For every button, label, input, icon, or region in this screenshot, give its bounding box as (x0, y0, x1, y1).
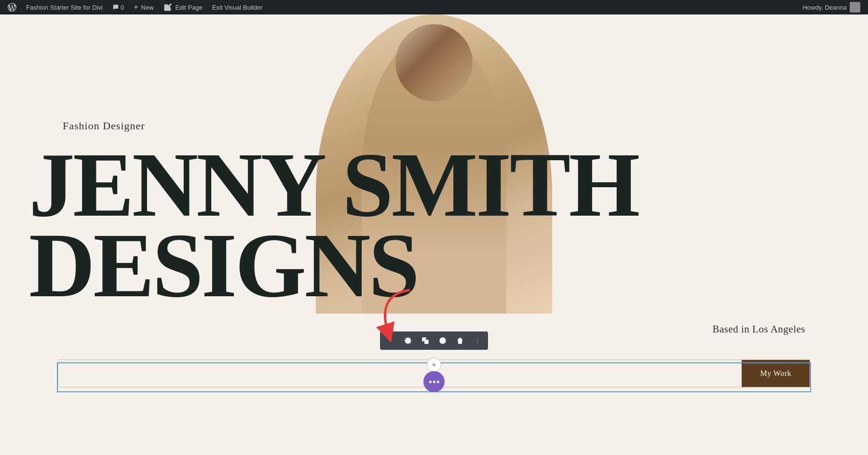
svg-point-6 (477, 340, 477, 341)
cta-button[interactable]: My Work (742, 360, 810, 387)
toolbar-delete-button[interactable] (451, 332, 469, 349)
hero-location: Based in Los Angeles (712, 323, 805, 335)
hero-name: JENNY SMITH DESIGNS (29, 145, 839, 306)
new-link[interactable]: + New (130, 0, 157, 14)
toolbar-disable-button[interactable] (434, 332, 451, 349)
howdy-text: Howdy, Deanna (802, 4, 847, 11)
toolbar-more-button[interactable] (469, 332, 486, 349)
cta-input[interactable] (58, 360, 742, 387)
edit-page-label: Edit Page (176, 4, 203, 11)
dot-3 (437, 381, 439, 383)
hero-subtitle: Fashion Designer (63, 120, 145, 132)
dot-1 (429, 381, 432, 383)
site-name-link[interactable]: Fashion Starter Site for Divi (22, 0, 107, 14)
svg-point-7 (477, 343, 477, 343)
arrow-indicator (362, 285, 424, 345)
hero-section: Fashion Designer JENNY SMITH DESIGNS Bas… (0, 14, 868, 455)
site-name-text: Fashion Starter Site for Divi (26, 4, 103, 11)
admin-bar: Fashion Starter Site for Divi 0 + New Ed… (0, 0, 868, 14)
comments-count: 0 (121, 4, 124, 11)
svg-rect-1 (424, 340, 429, 344)
comments-link[interactable]: 0 (108, 4, 128, 11)
svg-point-5 (477, 338, 477, 339)
exit-builder-link[interactable]: Exit Visual Builder (208, 0, 267, 14)
exit-builder-label: Exit Visual Builder (212, 4, 263, 11)
purple-dot-menu[interactable] (423, 371, 445, 392)
page-content: Fashion Designer JENNY SMITH DESIGNS Bas… (0, 14, 868, 455)
new-label: New (141, 4, 154, 11)
add-row-button[interactable] (427, 358, 441, 372)
dot-2 (433, 381, 435, 383)
user-avatar (850, 2, 860, 13)
wp-logo[interactable] (4, 0, 20, 14)
user-greeting[interactable]: Howdy, Deanna (799, 2, 864, 13)
hero-name-line2: DESIGNS (29, 215, 418, 316)
edit-page-link[interactable]: Edit Page (160, 0, 206, 14)
